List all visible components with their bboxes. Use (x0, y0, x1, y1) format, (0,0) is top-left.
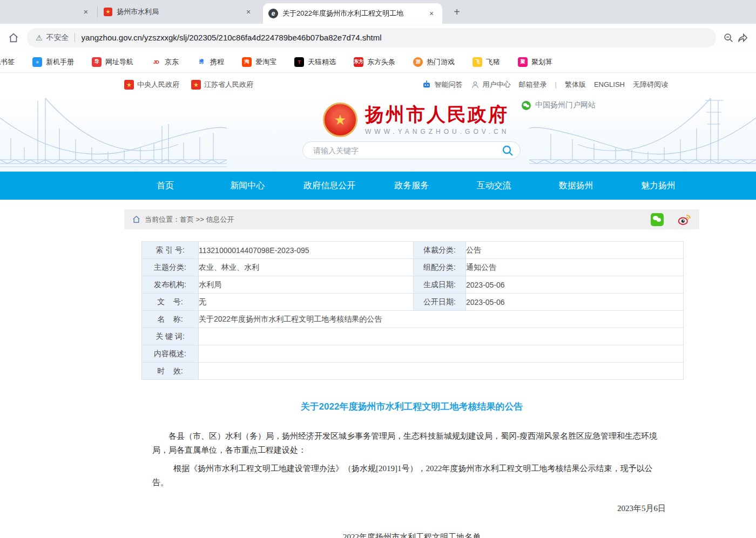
utility-label: 智能问答 (435, 80, 463, 90)
bookmark-icon-ctrip: 携 (197, 57, 206, 67)
nav-item-services[interactable]: 政务服务 (370, 172, 453, 200)
article-date: 2023年5月6日 (124, 503, 666, 514)
site-logo[interactable]: ★ 扬州市人民政府 WWW.YANGZHOU.GOV.CN (323, 103, 509, 137)
bookmark-url-nav[interactable]: 导 网址导航 (92, 57, 133, 67)
bookmark-jd[interactable]: JD 京东 (151, 57, 179, 67)
english-version-link[interactable]: ENGLISH (594, 80, 625, 88)
url-text[interactable]: yangzhou.gov.cn/yzszxxgk/slj/202305/210c… (82, 33, 382, 42)
bookmark-icon-toutiao: 东方 (354, 57, 363, 67)
bookmark-label: 网址导航 (105, 57, 133, 67)
meta-value: 无 (199, 294, 414, 311)
meta-label: 内容概述: (142, 345, 199, 363)
bookmark-label: 新机手册 (46, 57, 74, 67)
bookmark-icon-jd: JD (151, 57, 161, 67)
nav-item-interaction[interactable]: 互动交流 (453, 172, 535, 200)
article-paragraph: 各县（市、区）水利（务）局，扬州经济开发区城乡事务管理局，生态科技新城规划建设局… (152, 429, 665, 457)
meta-value: 水利局 (199, 276, 414, 294)
bookmark-label: 天猫精选 (308, 57, 336, 67)
bookmark-tmall[interactable]: T 天猫精选 (294, 57, 336, 67)
bookmark-juhuasuan[interactable]: 聚 聚划算 (518, 57, 552, 67)
security-label: 不安全 (46, 33, 69, 43)
bookmark-fliggy[interactable]: 飞 飞猪 (473, 57, 500, 67)
bookmark-games[interactable]: 游 热门游戏 (413, 57, 455, 67)
meta-label: 生成日期: (414, 276, 466, 294)
tab-title: 扬州市水利局 (117, 7, 239, 17)
meta-label: 关 键 词: (142, 328, 199, 345)
insecure-warning-icon[interactable]: ⚠ (36, 33, 43, 42)
bookmark-manual[interactable]: ≡ 新机手册 (32, 57, 74, 67)
browser-home-icon[interactable] (6, 31, 21, 45)
national-emblem-icon: ★ (104, 8, 112, 16)
meta-label: 公开日期: (414, 294, 466, 311)
search-icon[interactable] (500, 142, 516, 159)
page: × ★ 扬州市水利局 × e 关于2022年度扬州市水利工程文明工地 × + ⚠… (0, 0, 756, 538)
site-utility-bar: ★ 中央人民政府 ★ 江苏省人民政府 智能问答 用户中心 邮箱登录 | 繁体版 … (0, 73, 756, 96)
bookmark-label: 京东 (165, 57, 179, 67)
active-tab-favicon: e (268, 9, 278, 18)
meta-value: 2023-05-06 (466, 294, 684, 311)
nav-item-data[interactable]: 数据扬州 (535, 172, 617, 200)
tab-divider (97, 6, 98, 18)
wechat-icon[interactable] (651, 213, 664, 226)
accessibility-link[interactable]: 无障碍阅读 (633, 80, 668, 90)
close-icon[interactable]: × (426, 8, 437, 19)
portal-label: 中国扬州门户网站 (535, 100, 596, 110)
tab-shuiliju[interactable]: ★ 扬州市水利局 × (98, 0, 259, 24)
breadcrumb-text[interactable]: 当前位置：首页 >> 信息公开 (145, 215, 234, 224)
meta-value (199, 345, 684, 363)
bookmarks-bar: 机书签 ≡ 新机手册 导 网址导航 JD 京东 携 携程 淘 爱淘宝 T 天猫精… (0, 51, 756, 73)
bookmark-phone-bookmarks[interactable]: 机书签 (0, 57, 15, 67)
meta-label: 发布机构: (142, 276, 199, 294)
table-row: 索 引 号: 11321000014407098E-2023-095 体裁分类:… (142, 242, 684, 259)
bookmark-toutiao[interactable]: 东方 东方头条 (354, 57, 395, 67)
tab-active-announcement[interactable]: e 关于2022年度扬州市水利工程文明工地 × (263, 3, 442, 24)
nav-item-info-disclosure[interactable]: 政府信息公开 (288, 172, 370, 200)
search-input[interactable] (312, 146, 500, 155)
link-jiangsu-gov[interactable]: ★ 江苏省人民政府 (191, 80, 253, 90)
meta-value: 11321000014407098E-2023-095 (199, 242, 414, 259)
nav-item-news[interactable]: 新闻中心 (206, 172, 288, 200)
site-url: WWW.YANGZHOU.GOV.CN (365, 128, 509, 135)
table-row: 关 键 词: (142, 328, 684, 345)
meta-value: 2023-05-06 (466, 276, 684, 294)
gov-link-label: 中央人民政府 (137, 80, 179, 90)
meta-label: 组配分类: (414, 259, 466, 276)
bridge-artwork-left (0, 96, 227, 172)
meta-value: 通知公告 (466, 259, 684, 276)
bookmark-icon-tmall: T (294, 57, 304, 67)
gov-link-label: 江苏省人民政府 (204, 80, 253, 90)
meta-value (199, 328, 684, 345)
share-icon[interactable] (735, 31, 750, 45)
address-bar[interactable]: ⚠ 不安全 yangzhou.gov.cn/yzszxxgk/slj/20230… (27, 28, 716, 47)
bookmark-label: 飞猪 (486, 57, 500, 67)
user-icon (471, 80, 480, 89)
mail-login-link[interactable]: 邮箱登录 (519, 80, 547, 90)
table-row: 时 效: (142, 363, 684, 380)
close-icon[interactable]: × (80, 6, 92, 18)
meta-label: 体裁分类: (414, 242, 466, 259)
close-icon[interactable]: × (243, 6, 254, 17)
new-tab-button[interactable]: + (449, 4, 464, 19)
bookmark-icon-games: 游 (413, 57, 423, 67)
traditional-version-link[interactable]: 繁体版 (565, 80, 586, 90)
bookmark-icon-fliggy: 飞 (473, 57, 482, 67)
user-center-link[interactable]: 用户中心 (471, 80, 511, 90)
document-meta-table: 索 引 号: 11321000014407098E-2023-095 体裁分类:… (141, 241, 684, 380)
bookmark-icon-taobao: 淘 (242, 57, 252, 67)
browser-tab-bar: × ★ 扬州市水利局 × e 关于2022年度扬州市水利工程文明工地 × + (0, 0, 756, 24)
meta-label: 时 效: (142, 363, 199, 380)
nav-item-home[interactable]: 首页 (124, 172, 206, 200)
smart-qa-link[interactable]: 智能问答 (422, 80, 463, 90)
link-central-gov[interactable]: ★ 中央人民政府 (124, 80, 179, 90)
nav-item-charm[interactable]: 魅力扬州 (617, 172, 699, 200)
zoom-out-icon[interactable] (721, 31, 735, 45)
utility-label: 用户中心 (483, 80, 511, 90)
bookmark-label: 机书签 (0, 57, 15, 67)
portal-link[interactable]: 中国扬州门户网站 (522, 100, 596, 110)
bookmark-taobao[interactable]: 淘 爱淘宝 (242, 57, 276, 67)
tab-title: 关于2022年度扬州市水利工程文明工地 (282, 9, 422, 18)
wechat-icon (522, 101, 531, 110)
weibo-icon[interactable] (678, 214, 691, 226)
bookmark-ctrip[interactable]: 携 携程 (197, 57, 224, 67)
table-row: 内容概述: (142, 345, 684, 363)
